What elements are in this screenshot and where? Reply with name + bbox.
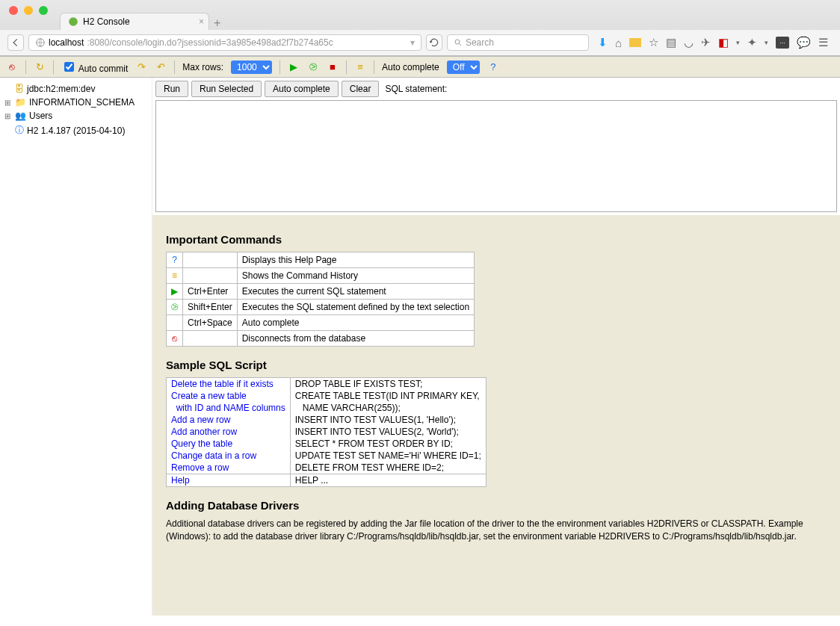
dropdown2-icon[interactable]: ▾ — [765, 39, 768, 46]
back-arrow-icon — [10, 37, 21, 48]
help-panel: Important Commands ?Displays this Help P… — [152, 215, 840, 616]
sample-link[interactable]: Change data in a row — [171, 450, 256, 461]
auto-complete-select[interactable]: Off — [447, 61, 480, 74]
reload-icon — [429, 37, 439, 48]
stop-icon[interactable]: ■ — [327, 61, 339, 73]
sample-sql: DROP TABLE IF EXISTS TEST; — [291, 378, 486, 390]
database-icon: 🗄 — [15, 84, 24, 94]
folder-icon: 📁 — [15, 97, 26, 108]
auto-complete-label: Auto complete — [382, 62, 439, 72]
sample-link[interactable]: Remove a row — [171, 462, 229, 473]
sample-sql: UPDATE TEST SET NAME='Hi' WHERE ID=1; — [291, 450, 486, 462]
help-icon: ? — [172, 255, 177, 265]
auto-complete-button[interactable]: Auto complete — [265, 81, 339, 97]
wand-icon[interactable]: ✦ — [747, 36, 757, 49]
sample-link[interactable]: Add another row — [171, 427, 237, 437]
spring-favicon-icon — [68, 16, 78, 27]
sample-link[interactable]: Delete the table if it exists — [171, 379, 274, 389]
url-host: localhost — [49, 37, 84, 48]
disconnect-icon: ⎋ — [172, 333, 177, 344]
version-node: ⓘ H2 1.4.187 (2015-04-10) — [4, 123, 147, 138]
toolbar-icons: ⬇ ⌂ ☆ ▤ ◡ ✈ ◧ ▾ ✦ ▾ ··· 💬 ☰ — [593, 36, 833, 49]
sample-link[interactable]: Query the table — [171, 438, 232, 449]
rollback-icon[interactable]: ↶ — [155, 61, 167, 73]
h2-toolbar: ⎋ ↻ Auto commit ↷ ↶ Max rows: 1000 ▶ ⧁ ■… — [0, 57, 840, 78]
expand-icon[interactable]: ⊞ — [4, 99, 12, 107]
sample-link[interactable]: with ID and NAME columns — [171, 403, 285, 413]
dropdown-icon[interactable]: ▾ — [410, 37, 415, 48]
auto-commit-checkbox[interactable]: Auto commit — [61, 60, 128, 74]
clear-button[interactable]: Clear — [342, 81, 380, 97]
download-icon[interactable]: ⬇ — [598, 36, 608, 49]
pocket-icon[interactable]: ◡ — [684, 36, 694, 49]
ext-icon[interactable]: ··· — [776, 37, 789, 49]
commit-icon[interactable]: ↷ — [135, 61, 147, 73]
expand-icon[interactable]: ⊞ — [4, 112, 12, 120]
commands-table: ?Displays this Help Page ≡Shows the Comm… — [166, 252, 475, 347]
url-bar[interactable]: localhost:8080/console/login.do?jsession… — [28, 34, 421, 51]
run-icon[interactable]: ▶ — [288, 61, 300, 73]
star-icon[interactable]: ☆ — [649, 36, 658, 49]
reload-button[interactable] — [426, 34, 442, 51]
sample-link[interactable]: Add a new row — [171, 415, 230, 425]
important-commands-heading: Important Commands — [166, 233, 827, 246]
send-icon[interactable]: ✈ — [701, 36, 711, 49]
window-close[interactable] — [9, 6, 18, 15]
list-icon[interactable]: ▤ — [666, 36, 676, 49]
window-minimize[interactable] — [24, 6, 33, 15]
run-selected-icon[interactable]: ⧁ — [307, 61, 319, 73]
menu-icon[interactable]: ☰ — [818, 36, 828, 49]
users-node[interactable]: ⊞ 👥 Users — [4, 109, 147, 123]
sample-link[interactable]: Create a new table — [171, 391, 247, 401]
sample-sql: DELETE FROM TEST WHERE ID=2; — [291, 462, 486, 474]
sql-label: SQL statement: — [385, 84, 447, 94]
help-icon[interactable]: ? — [487, 61, 499, 73]
svg-point-2 — [455, 40, 460, 44]
search-icon — [454, 38, 463, 47]
run-selected-icon: ⧁ — [171, 302, 178, 312]
browser-chrome: H2 Console × + localhost:8080/console/lo… — [0, 0, 840, 57]
sample-sql: CREATE TABLE TEST(ID INT PRIMARY KEY, — [291, 390, 486, 402]
drivers-text: Additional database drivers can be regis… — [166, 518, 827, 543]
sample-sql: HELP ... — [291, 474, 486, 486]
disconnect-icon[interactable]: ⎋ — [6, 61, 18, 73]
max-rows-select[interactable]: 1000 — [231, 61, 272, 74]
sql-textarea[interactable] — [155, 100, 837, 212]
history-icon: ≡ — [172, 270, 177, 281]
tab-title: H2 Console — [83, 16, 130, 27]
window-maximize[interactable] — [39, 6, 48, 15]
back-button[interactable] — [7, 34, 24, 51]
refresh-icon[interactable]: ↻ — [34, 61, 46, 73]
history-icon[interactable]: ≡ — [354, 61, 366, 73]
max-rows-label: Max rows: — [182, 62, 223, 72]
sample-sql: INSERT INTO TEST VALUES(1, 'Hello'); — [291, 414, 486, 426]
run-selected-button[interactable]: Run Selected — [191, 81, 262, 97]
db-node[interactable]: 🗄 jdbc:h2:mem:dev — [4, 82, 147, 96]
info-icon: ⓘ — [15, 124, 24, 137]
sample-sql: NAME VARCHAR(255)); — [291, 402, 486, 414]
new-tab-button[interactable]: + — [214, 16, 220, 30]
sample-table: Delete the table if it exists Create a n… — [166, 377, 487, 487]
url-path: :8080/console/login.do?jsessionid=3a985e… — [87, 37, 333, 48]
run-icon: ▶ — [171, 286, 178, 297]
dropdown1-icon[interactable]: ▾ — [736, 39, 740, 46]
sample-sql-heading: Sample SQL Script — [166, 359, 827, 371]
home-icon[interactable]: ⌂ — [615, 37, 622, 49]
run-button[interactable]: Run — [155, 81, 188, 97]
users-icon: 👥 — [15, 111, 26, 121]
schema-node[interactable]: ⊞ 📁 INFORMATION_SCHEMA — [4, 96, 147, 109]
globe-icon — [35, 37, 46, 48]
tab-close-icon[interactable]: × — [199, 16, 204, 27]
adobe-icon[interactable]: ◧ — [718, 36, 729, 49]
drivers-heading: Adding Database Drivers — [166, 499, 827, 512]
sample-link[interactable]: Help — [171, 475, 190, 486]
sample-sql: SELECT * FROM TEST ORDER BY ID; — [291, 438, 486, 450]
folder-icon[interactable] — [629, 38, 641, 47]
sample-sql: INSERT INTO TEST VALUES(2, 'World'); — [291, 426, 486, 438]
browser-tab[interactable]: H2 Console × — [60, 13, 209, 30]
svg-point-0 — [69, 17, 78, 26]
chat-icon[interactable]: 💬 — [797, 36, 811, 49]
browser-search[interactable]: Search — [447, 34, 589, 51]
db-tree: 🗄 jdbc:h2:mem:dev ⊞ 📁 INFORMATION_SCHEMA… — [0, 78, 152, 616]
